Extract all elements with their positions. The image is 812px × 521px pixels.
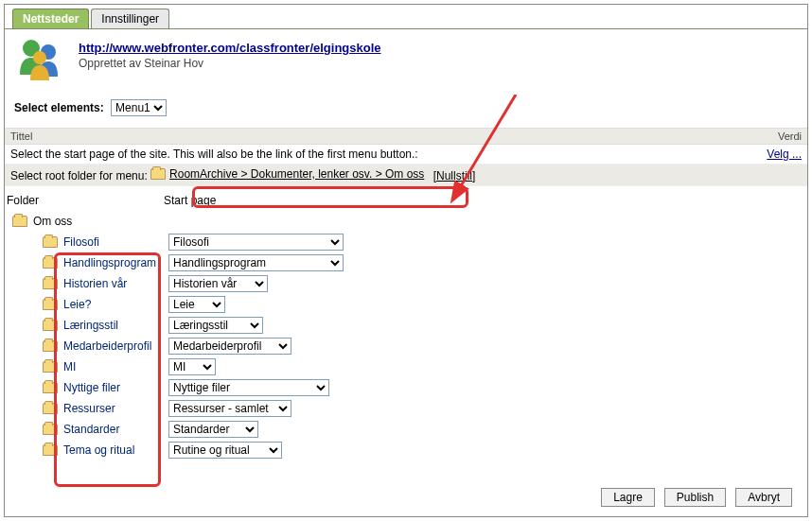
root-folder-breadcrumb[interactable]: RoomArchive > Dokumenter, lenker osv. > … [169, 167, 424, 181]
start-page-select[interactable]: Leie [168, 296, 225, 313]
save-button[interactable]: Lagre [601, 488, 655, 507]
select-elements-label: Select elements: [14, 101, 104, 114]
col-header-tittel: Tittel [10, 130, 32, 142]
col-header-folder: Folder [7, 194, 164, 207]
folder-icon [43, 444, 58, 456]
svg-point-2 [33, 51, 46, 64]
root-folder-name: Om oss [33, 215, 72, 228]
tab-innstillinger[interactable]: Innstillinger [91, 9, 169, 28]
folder-icon [43, 299, 58, 310]
folder-item-label: Tema og ritual [63, 443, 163, 457]
col-header-startpage: Start page [164, 194, 216, 207]
folder-icon [43, 257, 58, 269]
folder-item-label: Filosofi [63, 235, 163, 249]
site-url-link[interactable]: http://www.webfronter.com/classfronter/e… [79, 41, 381, 55]
start-page-row-text: Select the start page of the site. This … [10, 148, 418, 161]
folder-item-label: Læringsstil [63, 319, 163, 332]
folder-icon [43, 320, 58, 331]
choose-start-page-link[interactable]: Velg ... [767, 148, 802, 161]
start-page-select[interactable]: Handlingsprogram [168, 254, 344, 271]
folder-item-label: Medarbeiderprofil [63, 339, 163, 353]
folder-icon [43, 382, 58, 393]
start-page-select[interactable]: Medarbeiderprofil [168, 338, 291, 355]
folder-item-label: Nyttige filer [63, 381, 163, 394]
tab-nettsteder[interactable]: Nettsteder [12, 9, 89, 28]
folder-item-label: Standarder [63, 423, 163, 436]
group-avatar-icon [14, 37, 67, 86]
folder-icon [43, 278, 58, 289]
start-page-select[interactable]: Historien vår [168, 275, 268, 292]
cancel-button[interactable]: Avbryt [735, 488, 792, 507]
reset-link[interactable]: [Nullstill] [433, 169, 476, 182]
start-page-select[interactable]: Standarder [168, 421, 258, 438]
folder-icon [43, 403, 58, 414]
select-elements-dropdown[interactable]: Menu1 [111, 99, 167, 116]
start-page-select[interactable]: Ressurser - samlet [168, 400, 291, 417]
folder-item-label: Historien vår [63, 277, 163, 290]
created-by-text: Opprettet av Steinar Hov [79, 57, 381, 70]
folder-item-label: Handlingsprogram [63, 256, 163, 269]
folder-icon [150, 168, 166, 180]
start-page-select[interactable]: MI [168, 358, 216, 375]
publish-button[interactable]: Publish [664, 488, 726, 507]
folder-item-label: Ressurser [63, 402, 163, 415]
start-page-select[interactable]: Filosofi [168, 234, 344, 251]
col-header-verdi: Verdi [778, 130, 802, 142]
folder-item-label: Leie? [63, 298, 163, 311]
start-page-select[interactable]: Nyttige filer [168, 379, 329, 396]
folder-icon [43, 424, 58, 435]
folder-icon [12, 216, 27, 227]
start-page-select[interactable]: Læringsstil [168, 317, 263, 334]
folder-icon [43, 236, 58, 248]
start-page-select[interactable]: Rutine og ritual [168, 442, 282, 459]
root-folder-label: Select root folder for menu: [10, 169, 148, 182]
folder-icon [43, 340, 58, 352]
folder-item-label: MI [63, 360, 163, 373]
folder-icon [43, 361, 58, 373]
